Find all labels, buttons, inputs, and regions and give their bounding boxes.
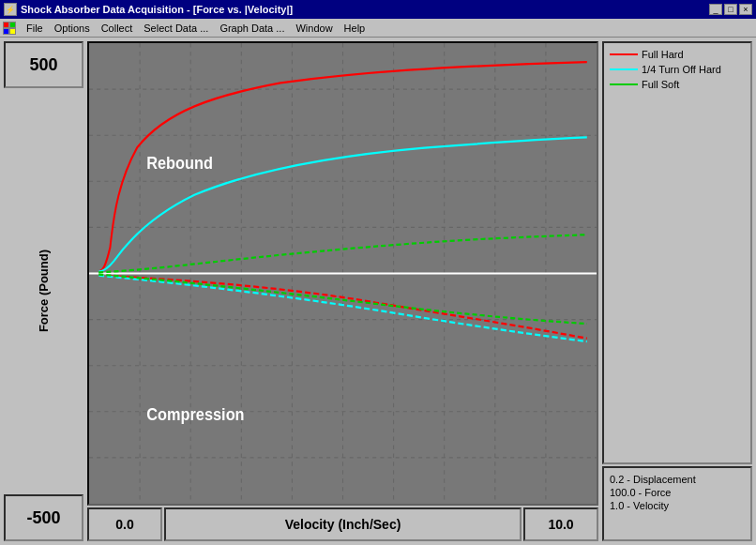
y-axis-label-container: Force (Pound) xyxy=(4,90,83,492)
chart-svg: Rebound Compression xyxy=(89,43,597,504)
legend-item-full-soft: Full Soft xyxy=(610,79,745,90)
menu-collect[interactable]: Collect xyxy=(96,21,139,36)
legend-line-full-hard xyxy=(610,53,638,55)
window-title: Shock Absorber Data Acquisition - [Force… xyxy=(21,4,293,15)
info-item-1: 100.0 - Force xyxy=(610,487,745,498)
legend-item-quarter-turn: 1/4 Turn Off Hard xyxy=(610,64,745,75)
info-item-2: 1.0 - Velocity xyxy=(610,500,745,511)
main-content: 500 Force (Pound) -500 xyxy=(0,38,756,545)
menu-graph-data[interactable]: Graph Data ... xyxy=(214,21,290,36)
legend-label-full-hard: Full Hard xyxy=(642,49,684,60)
x-axis-labels: 0.0 Velocity (Inch/Sec) 10.0 xyxy=(87,507,598,541)
legend-line-quarter-turn xyxy=(610,68,638,70)
x-max-label: 10.0 xyxy=(523,507,598,541)
svg-text:Rebound: Rebound xyxy=(146,154,213,173)
window-controls: _ □ × xyxy=(709,4,752,15)
x-min-label: 0.0 xyxy=(87,507,162,541)
x-axis-label: Velocity (Inch/Sec) xyxy=(164,507,522,541)
svg-rect-2 xyxy=(10,23,15,27)
menu-file[interactable]: File xyxy=(21,21,49,36)
info-item-0: 0.2 - Displacement xyxy=(610,474,745,485)
y-min-label: -500 xyxy=(4,494,83,541)
menu-select-data[interactable]: Select Data ... xyxy=(138,21,214,36)
center-area: Rebound Compression 0.0 Velocity (Inch/S… xyxy=(87,41,598,541)
title-bar: ⚡ Shock Absorber Data Acquisition - [For… xyxy=(0,0,756,19)
legend-label-quarter-turn: 1/4 Turn Off Hard xyxy=(642,64,721,75)
menu-options[interactable]: Options xyxy=(49,21,96,36)
y-max-label: 500 xyxy=(4,41,83,88)
menu-bar: File Options Collect Select Data ... Gra… xyxy=(0,19,756,38)
legend-item-full-hard: Full Hard xyxy=(610,49,745,60)
legend-line-full-soft xyxy=(610,83,638,85)
svg-rect-4 xyxy=(10,29,15,34)
menu-window[interactable]: Window xyxy=(290,21,338,36)
legend-box: Full Hard 1/4 Turn Off Hard Full Soft xyxy=(602,41,752,464)
right-panel: Full Hard 1/4 Turn Off Hard Full Soft 0.… xyxy=(602,41,752,541)
minimize-button[interactable]: _ xyxy=(709,4,722,15)
svg-rect-1 xyxy=(4,23,8,27)
app-icon: ⚡ xyxy=(4,3,17,16)
svg-rect-3 xyxy=(4,29,8,34)
app-menu-icon[interactable] xyxy=(2,21,17,36)
svg-text:Compression: Compression xyxy=(146,405,244,424)
maximize-button[interactable]: □ xyxy=(724,4,737,15)
legend-label-full-soft: Full Soft xyxy=(642,79,679,90)
info-box: 0.2 - Displacement 100.0 - Force 1.0 - V… xyxy=(602,466,752,541)
close-button[interactable]: × xyxy=(739,4,752,15)
left-panel: 500 Force (Pound) -500 xyxy=(4,41,83,541)
menu-help[interactable]: Help xyxy=(339,21,371,36)
y-axis-label: Force (Pound) xyxy=(37,250,51,332)
chart-area[interactable]: Rebound Compression xyxy=(87,41,598,506)
